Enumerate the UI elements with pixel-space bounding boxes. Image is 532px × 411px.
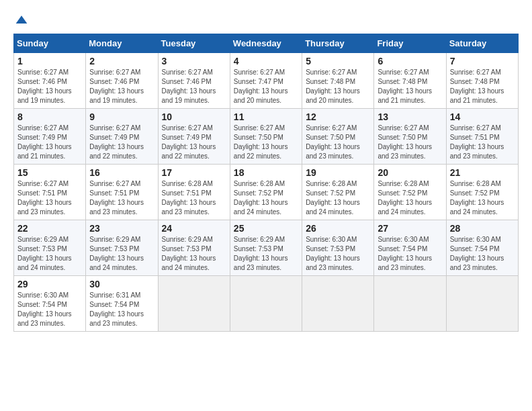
calendar-cell: [446, 276, 518, 332]
day-detail: Sunrise: 6:28 AMSunset: 7:52 PMDaylight:…: [306, 179, 370, 217]
calendar-cell: 3Sunrise: 6:27 AMSunset: 7:46 PMDaylight…: [158, 53, 230, 109]
calendar-cell: 1Sunrise: 6:27 AMSunset: 7:46 PMDaylight…: [14, 53, 86, 109]
calendar-cell: 15Sunrise: 6:27 AMSunset: 7:51 PMDayligh…: [14, 165, 86, 220]
day-detail: Sunrise: 6:29 AMSunset: 7:53 PMDaylight:…: [234, 235, 298, 273]
calendar-cell: [158, 276, 230, 332]
calendar-cell: 16Sunrise: 6:27 AMSunset: 7:51 PMDayligh…: [86, 165, 158, 220]
day-detail: Sunrise: 6:27 AMSunset: 7:49 PMDaylight:…: [89, 124, 154, 161]
day-number: 20: [378, 167, 442, 178]
column-header-wednesday: Wednesday: [230, 34, 302, 53]
day-number: 24: [162, 223, 226, 234]
day-number: 10: [162, 111, 226, 122]
day-number: 28: [450, 223, 515, 234]
calendar-cell: 17Sunrise: 6:28 AMSunset: 7:51 PMDayligh…: [158, 165, 230, 220]
calendar-cell: 20Sunrise: 6:28 AMSunset: 7:52 PMDayligh…: [374, 165, 446, 220]
calendar-row: 15Sunrise: 6:27 AMSunset: 7:51 PMDayligh…: [14, 165, 519, 220]
calendar-cell: 12Sunrise: 6:27 AMSunset: 7:50 PMDayligh…: [302, 109, 374, 165]
day-number: 16: [89, 167, 154, 178]
day-number: 19: [306, 167, 370, 178]
day-number: 26: [306, 223, 370, 234]
day-number: 12: [306, 111, 370, 122]
column-header-friday: Friday: [374, 34, 446, 53]
day-detail: Sunrise: 6:27 AMSunset: 7:46 PMDaylight:…: [162, 68, 226, 105]
calendar-cell: 2Sunrise: 6:27 AMSunset: 7:46 PMDaylight…: [86, 53, 158, 109]
logo: [13, 13, 28, 27]
logo-icon: [15, 13, 28, 27]
day-detail: Sunrise: 6:28 AMSunset: 7:51 PMDaylight:…: [162, 179, 226, 217]
day-detail: Sunrise: 6:27 AMSunset: 7:51 PMDaylight:…: [450, 124, 515, 161]
day-detail: Sunrise: 6:29 AMSunset: 7:53 PMDaylight:…: [17, 235, 82, 273]
calendar-cell: 13Sunrise: 6:27 AMSunset: 7:50 PMDayligh…: [374, 109, 446, 165]
calendar-cell: 10Sunrise: 6:27 AMSunset: 7:49 PMDayligh…: [158, 109, 230, 165]
day-number: 7: [450, 56, 515, 66]
calendar-cell: [302, 276, 374, 332]
calendar-body: 1Sunrise: 6:27 AMSunset: 7:46 PMDaylight…: [14, 53, 519, 332]
day-number: 27: [378, 223, 442, 234]
day-number: 18: [234, 167, 298, 178]
day-number: 9: [89, 111, 154, 122]
day-number: 3: [162, 56, 226, 66]
day-number: 4: [234, 56, 298, 66]
day-detail: Sunrise: 6:27 AMSunset: 7:46 PMDaylight:…: [89, 68, 154, 105]
day-detail: Sunrise: 6:27 AMSunset: 7:47 PMDaylight:…: [234, 68, 298, 105]
day-number: 14: [450, 111, 515, 122]
calendar-cell: 28Sunrise: 6:30 AMSunset: 7:54 PMDayligh…: [446, 220, 518, 276]
day-detail: Sunrise: 6:30 AMSunset: 7:54 PMDaylight:…: [17, 291, 82, 328]
calendar-cell: 30Sunrise: 6:31 AMSunset: 7:54 PMDayligh…: [86, 276, 158, 332]
calendar-row: 22Sunrise: 6:29 AMSunset: 7:53 PMDayligh…: [14, 220, 519, 276]
day-number: 8: [17, 111, 82, 122]
day-detail: Sunrise: 6:27 AMSunset: 7:51 PMDaylight:…: [17, 179, 82, 217]
day-number: 5: [306, 56, 370, 66]
calendar-cell: 23Sunrise: 6:29 AMSunset: 7:53 PMDayligh…: [86, 220, 158, 276]
day-detail: Sunrise: 6:27 AMSunset: 7:51 PMDaylight:…: [89, 179, 154, 217]
day-detail: Sunrise: 6:30 AMSunset: 7:54 PMDaylight:…: [378, 235, 442, 273]
day-number: 11: [234, 111, 298, 122]
day-number: 17: [162, 167, 226, 178]
calendar-row: 1Sunrise: 6:27 AMSunset: 7:46 PMDaylight…: [14, 53, 519, 109]
calendar-cell: 24Sunrise: 6:29 AMSunset: 7:53 PMDayligh…: [158, 220, 230, 276]
day-number: 6: [378, 56, 442, 66]
calendar-cell: 6Sunrise: 6:27 AMSunset: 7:48 PMDaylight…: [374, 53, 446, 109]
calendar-cell: 5Sunrise: 6:27 AMSunset: 7:48 PMDaylight…: [302, 53, 374, 109]
calendar-cell: 11Sunrise: 6:27 AMSunset: 7:50 PMDayligh…: [230, 109, 302, 165]
day-detail: Sunrise: 6:27 AMSunset: 7:50 PMDaylight:…: [378, 124, 442, 161]
day-detail: Sunrise: 6:28 AMSunset: 7:52 PMDaylight:…: [378, 179, 442, 217]
page-header: [13, 13, 519, 27]
day-number: 1: [17, 56, 82, 66]
day-number: 15: [17, 167, 82, 178]
calendar-cell: 14Sunrise: 6:27 AMSunset: 7:51 PMDayligh…: [446, 109, 518, 165]
day-detail: Sunrise: 6:27 AMSunset: 7:48 PMDaylight:…: [450, 68, 515, 105]
calendar-row: 8Sunrise: 6:27 AMSunset: 7:49 PMDaylight…: [14, 109, 519, 165]
calendar-header-row: SundayMondayTuesdayWednesdayThursdayFrid…: [14, 34, 519, 53]
day-detail: Sunrise: 6:27 AMSunset: 7:50 PMDaylight:…: [306, 124, 370, 161]
day-detail: Sunrise: 6:28 AMSunset: 7:52 PMDaylight:…: [234, 179, 298, 217]
day-detail: Sunrise: 6:31 AMSunset: 7:54 PMDaylight:…: [89, 291, 154, 328]
calendar-cell: 7Sunrise: 6:27 AMSunset: 7:48 PMDaylight…: [446, 53, 518, 109]
day-number: 29: [17, 279, 82, 289]
day-number: 25: [234, 223, 298, 234]
calendar-cell: 9Sunrise: 6:27 AMSunset: 7:49 PMDaylight…: [86, 109, 158, 165]
calendar-table: SundayMondayTuesdayWednesdayThursdayFrid…: [13, 34, 519, 332]
calendar-cell: 29Sunrise: 6:30 AMSunset: 7:54 PMDayligh…: [14, 276, 86, 332]
calendar-cell: 18Sunrise: 6:28 AMSunset: 7:52 PMDayligh…: [230, 165, 302, 220]
column-header-monday: Monday: [86, 34, 158, 53]
calendar-cell: 25Sunrise: 6:29 AMSunset: 7:53 PMDayligh…: [230, 220, 302, 276]
day-detail: Sunrise: 6:30 AMSunset: 7:53 PMDaylight:…: [306, 235, 370, 273]
column-header-thursday: Thursday: [302, 34, 374, 53]
day-number: 22: [17, 223, 82, 234]
day-detail: Sunrise: 6:30 AMSunset: 7:54 PMDaylight:…: [450, 235, 515, 273]
calendar-cell: [374, 276, 446, 332]
day-detail: Sunrise: 6:27 AMSunset: 7:46 PMDaylight:…: [17, 68, 82, 105]
calendar-cell: 19Sunrise: 6:28 AMSunset: 7:52 PMDayligh…: [302, 165, 374, 220]
day-number: 21: [450, 167, 515, 178]
day-detail: Sunrise: 6:28 AMSunset: 7:52 PMDaylight:…: [450, 179, 515, 217]
day-detail: Sunrise: 6:27 AMSunset: 7:48 PMDaylight:…: [378, 68, 442, 105]
day-number: 2: [89, 56, 154, 66]
calendar-cell: 27Sunrise: 6:30 AMSunset: 7:54 PMDayligh…: [374, 220, 446, 276]
day-detail: Sunrise: 6:27 AMSunset: 7:49 PMDaylight:…: [162, 124, 226, 161]
day-detail: Sunrise: 6:27 AMSunset: 7:49 PMDaylight:…: [17, 124, 82, 161]
calendar-cell: [230, 276, 302, 332]
calendar-cell: 26Sunrise: 6:30 AMSunset: 7:53 PMDayligh…: [302, 220, 374, 276]
day-detail: Sunrise: 6:29 AMSunset: 7:53 PMDaylight:…: [162, 235, 226, 273]
day-number: 30: [89, 279, 154, 289]
